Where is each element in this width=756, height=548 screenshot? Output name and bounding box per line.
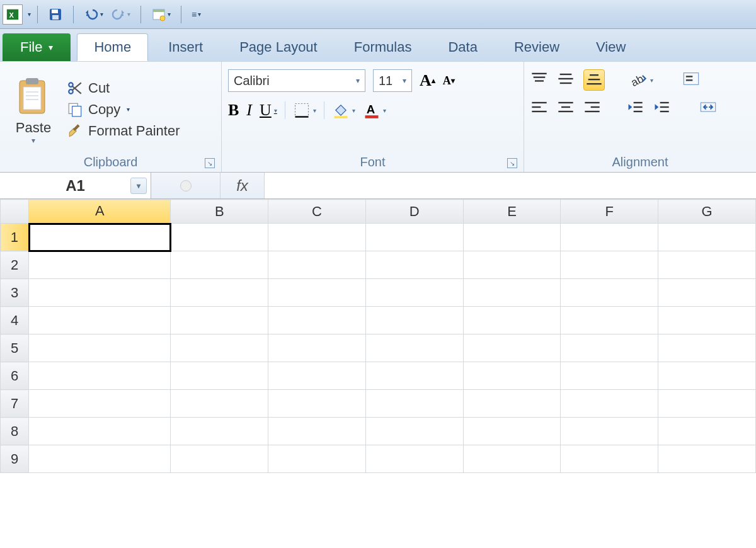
row-header-7[interactable]: 7	[1, 390, 29, 418]
italic-button[interactable]: I	[246, 101, 252, 120]
cell[interactable]	[658, 334, 756, 362]
cells-grid[interactable]: A B C D E F G 1 2 3 4 5 6 7 8 9	[0, 199, 756, 473]
row-header-2[interactable]: 2	[1, 251, 29, 279]
cell[interactable]	[268, 445, 366, 473]
row-header-8[interactable]: 8	[1, 418, 29, 445]
cell[interactable]	[561, 251, 658, 279]
cell[interactable]	[658, 251, 756, 279]
column-header-c[interactable]: C	[268, 200, 366, 224]
row-header-1[interactable]: 1	[1, 224, 29, 251]
tab-data[interactable]: Data	[432, 33, 493, 61]
cell[interactable]	[365, 279, 463, 307]
tab-formulas[interactable]: Formulas	[338, 33, 428, 61]
cell[interactable]	[463, 445, 561, 473]
tab-view[interactable]: View	[580, 33, 642, 61]
tab-home[interactable]: Home	[77, 33, 148, 61]
cell[interactable]	[463, 390, 561, 418]
chevron-down-icon[interactable]: ▾	[32, 136, 35, 145]
cell[interactable]	[561, 445, 658, 473]
cell[interactable]	[268, 362, 366, 390]
qat-customize-button[interactable]: ▾	[147, 6, 175, 23]
cell[interactable]	[29, 418, 171, 445]
select-all-corner[interactable]	[1, 200, 29, 224]
cut-button[interactable]: Cut	[67, 80, 180, 96]
cell[interactable]	[365, 418, 463, 445]
align-bottom-button[interactable]	[583, 69, 605, 91]
font-color-button[interactable]: A	[363, 101, 386, 119]
cell[interactable]	[268, 418, 366, 445]
cell[interactable]	[365, 251, 463, 279]
cell[interactable]	[268, 307, 366, 334]
font-name-combo[interactable]: Calibri ▾	[228, 69, 365, 92]
align-middle-button[interactable]	[557, 71, 575, 89]
cell[interactable]	[463, 279, 561, 307]
cell[interactable]	[171, 251, 268, 279]
row-header-4[interactable]: 4	[1, 307, 29, 334]
cell[interactable]	[171, 390, 268, 418]
align-left-button[interactable]	[530, 100, 548, 117]
insert-function-button[interactable]: fx	[220, 173, 265, 198]
bold-button[interactable]: B	[228, 101, 239, 120]
cell[interactable]	[463, 307, 561, 334]
cell[interactable]	[561, 334, 658, 362]
cell[interactable]	[171, 445, 268, 473]
cell[interactable]	[171, 362, 268, 390]
cell[interactable]	[463, 224, 561, 251]
underline-button[interactable]: U	[260, 101, 277, 120]
cell[interactable]	[463, 251, 561, 279]
cell[interactable]	[268, 334, 366, 362]
cell[interactable]	[29, 390, 171, 418]
cell[interactable]	[365, 224, 463, 251]
borders-button[interactable]	[293, 101, 316, 119]
cell[interactable]	[171, 307, 268, 334]
decrease-font-button[interactable]: A▾	[443, 74, 455, 88]
cell[interactable]	[658, 418, 756, 445]
column-header-g[interactable]: G	[658, 200, 756, 224]
cell[interactable]	[561, 418, 658, 445]
file-tab[interactable]: File	[3, 33, 71, 61]
column-header-e[interactable]: E	[463, 200, 561, 224]
cell[interactable]	[171, 334, 268, 362]
font-dialog-launcher[interactable]: ↘	[507, 158, 517, 168]
fill-color-button[interactable]	[332, 101, 355, 119]
decrease-indent-button[interactable]	[626, 100, 644, 117]
cell[interactable]	[268, 279, 366, 307]
cell[interactable]	[365, 307, 463, 334]
cell[interactable]	[268, 224, 366, 251]
cell[interactable]	[29, 279, 171, 307]
column-header-b[interactable]: B	[171, 200, 268, 224]
cell[interactable]	[171, 224, 268, 251]
cell[interactable]	[463, 362, 561, 390]
row-header-3[interactable]: 3	[1, 279, 29, 307]
cell[interactable]	[658, 224, 756, 251]
align-right-button[interactable]	[583, 100, 601, 117]
cell[interactable]	[561, 390, 658, 418]
merge-center-button[interactable]	[699, 100, 717, 117]
align-top-button[interactable]	[530, 71, 548, 89]
cell[interactable]	[268, 251, 366, 279]
align-center-button[interactable]	[557, 100, 575, 117]
cell[interactable]	[463, 334, 561, 362]
cell[interactable]	[658, 307, 756, 334]
app-menu-dropdown-icon[interactable]: ▾	[28, 11, 31, 18]
cell[interactable]	[463, 418, 561, 445]
tab-review[interactable]: Review	[498, 33, 576, 61]
cell[interactable]	[29, 251, 171, 279]
chevron-down-icon[interactable]: ▾	[130, 178, 147, 194]
cell[interactable]	[658, 445, 756, 473]
excel-app-icon[interactable]: X	[3, 4, 23, 25]
format-painter-button[interactable]: Format Painter	[67, 123, 180, 139]
clipboard-dialog-launcher[interactable]: ↘	[205, 158, 215, 168]
cell[interactable]	[561, 224, 658, 251]
cell[interactable]	[29, 307, 171, 334]
cell[interactable]	[561, 362, 658, 390]
column-header-a[interactable]: A	[29, 200, 171, 224]
name-box[interactable]: A1 ▾	[0, 173, 151, 198]
row-header-5[interactable]: 5	[1, 334, 29, 362]
undo-button[interactable]: ▾	[80, 6, 107, 23]
cell[interactable]	[29, 334, 171, 362]
column-header-f[interactable]: F	[561, 200, 658, 224]
tab-insert[interactable]: Insert	[152, 33, 219, 61]
orientation-button[interactable]: ab	[630, 72, 653, 88]
cell[interactable]	[29, 445, 171, 473]
